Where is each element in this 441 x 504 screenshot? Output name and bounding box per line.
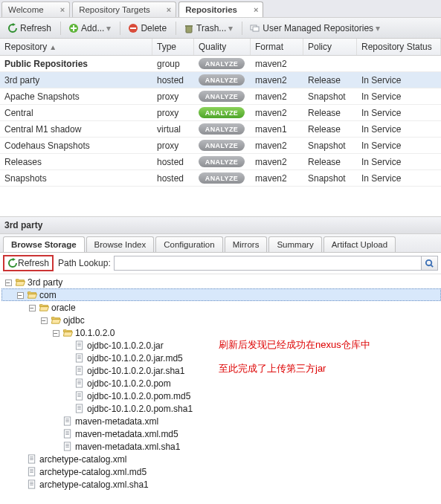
expand-toggle[interactable]: − [15,290,25,300]
analyze-badge[interactable]: ANALYZE [199,107,245,118]
separator [60,22,61,35]
separator [176,22,176,35]
expand-toggle[interactable]: − [27,303,37,313]
cell-policy: Snapshot [303,138,357,154]
lower-tabbar: Browse StorageBrowse IndexConfigurationM… [0,234,441,253]
tree-label: ojdbc-10.1.0.2.0.pom [87,378,171,389]
cell-policy: Release [303,154,357,170]
add-button[interactable]: Add... ▾ [64,22,115,35]
tree-node[interactable]: archetype-catalog.xml [1,453,441,465]
close-icon[interactable]: × [167,5,171,14]
tree-node[interactable]: ojdbc-10.1.0.2.0.pom.md5 [1,390,441,402]
expand-toggle[interactable]: − [51,328,61,338]
col-repository[interactable]: Repository [0,39,152,55]
file-icon [74,391,85,401]
tree-node[interactable]: −10.1.0.2.0 [1,326,441,339]
lower-tab-artifact-upload[interactable]: Artifact Upload [323,236,396,252]
delete-button[interactable]: Delete [123,22,171,35]
annotation-2: 至此完成了上传第三方jar [219,362,326,375]
tree-label: maven-metadata.xml.sha1 [75,442,180,452]
folder-icon [62,328,73,337]
tree-node[interactable]: maven-metadata.xml.sha1 [1,440,441,453]
cell-type: proxy [152,138,194,154]
tree-node[interactable]: −3rd party [1,276,441,288]
col-status[interactable]: Repository Status [357,39,441,55]
repo-row[interactable]: CentralproxyANALYZEmaven2ReleaseIn Servi… [0,105,441,121]
storage-toolbar: Refresh Path Lookup: [0,253,441,274]
cell-status [357,61,441,67]
file-icon [74,366,85,375]
folder-icon [15,277,25,287]
cell-quality: ANALYZE [194,169,251,187]
lower-tab-browse-index[interactable]: Browse Index [86,236,155,252]
path-lookup-go[interactable] [422,256,438,271]
lower-tab-summary[interactable]: Summary [268,236,321,252]
tab-label: Welcome [8,5,44,14]
cell-status: In Service [357,170,441,187]
lower-tab-browse-storage[interactable]: Browse Storage [3,236,85,252]
cell-quality: ANALYZE [194,55,251,73]
analyze-badge[interactable]: ANALYZE [199,58,245,69]
cell-type: proxy [152,105,194,121]
tree-node[interactable]: archetype-catalog.xml.md5 [1,465,441,478]
cell-type: proxy [152,88,194,105]
top-tabbar: Welcome×Repository Targets×Repositories× [0,0,441,18]
cell-repository: Releases [0,154,152,170]
top-tab-0[interactable]: Welcome× [1,1,70,17]
tree-node[interactable]: ojdbc-10.1.0.2.0.pom [1,377,441,390]
col-policy[interactable]: Policy [303,39,357,55]
tree-node[interactable]: −oracle [1,301,441,314]
storage-refresh-button[interactable]: Refresh [3,255,54,271]
tree-label: ojdbc-10.1.0.2.0.pom.md5 [87,391,190,401]
trash-button[interactable]: Trash... ▾ [179,22,237,35]
expand-toggle[interactable]: − [39,315,49,326]
tree-node[interactable]: −ojdbc [1,314,441,326]
analyze-badge[interactable]: ANALYZE [199,91,245,102]
repo-row[interactable]: ReleaseshostedANALYZEmaven2ReleaseIn Ser… [0,154,441,170]
file-icon [62,416,73,426]
analyze-badge[interactable]: ANALYZE [199,123,245,135]
user-managed-button[interactable]: User Managed Repositories ▾ [245,22,384,35]
dropdown-icon: ▾ [228,23,233,33]
repo-row[interactable]: Codehaus SnapshotsproxyANALYZEmaven2Snap… [0,138,441,154]
expand-toggle[interactable]: − [3,277,13,288]
col-type[interactable]: Type [152,39,194,55]
repo-row[interactable]: SnapshotshostedANALYZEmaven2SnapshotIn S… [0,170,441,187]
analyze-badge[interactable]: ANALYZE [199,156,245,167]
trash-icon [184,23,194,33]
tree-node[interactable]: ojdbc-10.1.0.2.0.pom.sha1 [1,402,441,415]
cell-status: In Service [357,121,441,138]
splitter-gap[interactable] [0,187,441,216]
storage-tree: 刷新后发现已经成功在nexus仓库中 至此完成了上传第三方jar −3rd pa… [0,274,441,495]
tree-node[interactable]: archetype-catalog.xml.sha1 [1,478,441,491]
folder-icon [51,315,61,325]
cell-format: maven2 [251,56,303,72]
path-lookup-input[interactable] [114,256,422,271]
repo-row[interactable]: Apache SnapshotsproxyANALYZEmaven2Snapsh… [0,88,441,105]
close-icon[interactable]: × [60,5,65,14]
col-format[interactable]: Format [251,39,303,55]
top-tab-2[interactable]: Repositories× [178,1,263,17]
cell-format: maven1 [251,121,303,138]
analyze-badge[interactable]: ANALYZE [199,172,245,184]
separator [120,22,120,35]
refresh-button[interactable]: Refresh [3,22,56,35]
lower-tab-mirrors[interactable]: Mirrors [225,236,268,252]
repo-row[interactable]: Public RepositoriesgroupANALYZEmaven2 [0,56,441,72]
repo-row[interactable]: 3rd partyhostedANALYZEmaven2ReleaseIn Se… [0,72,441,88]
lower-tab-configuration[interactable]: Configuration [155,236,222,252]
top-tab-1[interactable]: Repository Targets× [72,1,176,17]
tree-label: maven-metadata.xml.md5 [75,429,178,439]
tree-node[interactable]: maven-metadata.xml [1,415,441,427]
repo-row[interactable]: Central M1 shadowvirtualANALYZEmaven1Rel… [0,121,441,138]
tree-node[interactable]: maven-metadata.xml.md5 [1,427,441,440]
file-icon [62,442,73,451]
analyze-badge[interactable]: ANALYZE [199,74,245,85]
file-icon [74,378,85,388]
cell-type: hosted [152,154,194,170]
col-quality[interactable]: Quality [194,39,251,55]
cell-policy: Release [303,105,357,121]
close-icon[interactable]: × [254,5,258,14]
analyze-badge[interactable]: ANALYZE [199,140,245,151]
tree-node[interactable]: −com [1,288,441,301]
